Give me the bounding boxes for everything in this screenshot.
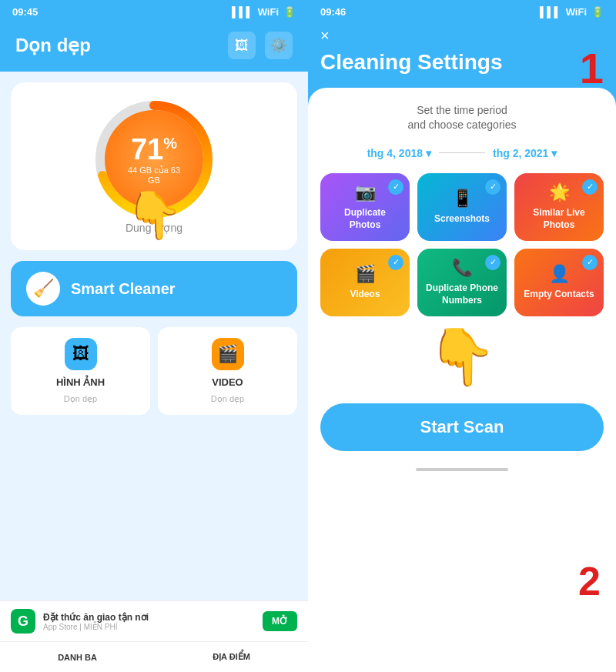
circle-inner: 71% 44 GB của 63 GB — [123, 135, 185, 185]
empty-contacts-label: Empty Contacts — [524, 289, 594, 301]
right-battery-icon: 🔋 — [591, 6, 604, 18]
category-grid: ✓ 📷 Duplicate Photos ✓ 📱 Screenshots ✓ 🌟… — [320, 173, 604, 316]
left-title: Dọn dẹp — [15, 35, 91, 56]
image-feature-icon: 🖼 — [65, 338, 97, 370]
of-text: của — [154, 165, 169, 175]
category-similar-live-photos[interactable]: ✓ 🌟 Similar Live Photos — [514, 173, 604, 241]
category-empty-contacts[interactable]: ✓ 👤 Empty Contacts — [514, 249, 604, 316]
step2-number: 2 — [578, 558, 601, 604]
close-button[interactable]: × — [320, 27, 330, 45]
check-videos: ✓ — [388, 255, 403, 270]
right-status-bar: 09:46 ▌▌▌ WiFi 🔋 — [308, 0, 616, 24]
screenshots-icon: 📱 — [452, 189, 473, 209]
right-status-icons: ▌▌▌ WiFi 🔋 — [540, 6, 604, 18]
ad-title: Đặt thức ăn giao tận nơi — [43, 612, 255, 623]
phone-icon: 📞 — [452, 258, 473, 278]
left-status-bar: 09:45 ▌▌▌ WiFi 🔋 — [0, 0, 308, 24]
settings-subtitle: Set the time periodand choose categories — [320, 103, 604, 133]
right-panel: 09:46 ▌▌▌ WiFi 🔋 × Cleaning Settings 1 S… — [308, 0, 616, 672]
bottom-tabs: DANH BA ĐỊA ĐIỂM — [0, 641, 308, 672]
videos-icon: 🎬 — [355, 264, 376, 284]
contacts-icon: 👤 — [549, 264, 570, 284]
category-duplicate-phone[interactable]: ✓ 📞 Duplicate Phone Numbers — [417, 249, 507, 316]
check-similar-live: ✓ — [582, 179, 598, 195]
date-line — [439, 152, 485, 153]
similar-live-label: Similar Live Photos — [522, 207, 596, 231]
category-screenshots[interactable]: ✓ 📱 Screenshots — [417, 173, 507, 241]
left-panel: 09:45 ▌▌▌ WiFi 🔋 Dọn dẹp 🖼 ⚙️ — [0, 0, 308, 672]
header-icons: 🖼 ⚙️ — [228, 32, 293, 59]
video-feature-icon: 🎬 — [212, 338, 244, 370]
percent-unit: % — [163, 135, 177, 152]
video-feature-title: VIDEO — [212, 376, 243, 388]
left-header: Dọn dẹp 🖼 ⚙️ — [0, 24, 308, 72]
live-photos-icon: 🌟 — [549, 182, 570, 202]
ad-subtitle: App Store | MIỄN PHÍ — [43, 623, 255, 631]
image-feature-title: HÌNH ẢNH — [56, 376, 105, 388]
home-bar — [416, 468, 508, 471]
ad-logo: G — [11, 609, 35, 634]
check-duplicate-phone: ✓ — [485, 255, 500, 270]
screenshots-label: Screenshots — [434, 213, 490, 226]
duplicate-photos-icon: 📷 — [355, 182, 376, 202]
right-status-time: 09:46 — [320, 6, 346, 18]
smart-cleaner-icon: 🧹 — [26, 272, 60, 306]
hand-pointer-right: 👇 — [320, 324, 604, 389]
settings-icon[interactable]: ⚙️ — [265, 32, 293, 59]
ad-bar: G Đặt thức ăn giao tận nơi App Store | M… — [0, 600, 308, 641]
check-empty-contacts: ✓ — [582, 255, 598, 270]
tab-danh-ba[interactable]: DANH BA — [58, 653, 97, 662]
right-wifi-icon: WiFi — [566, 6, 587, 18]
feature-grid: 🖼 HÌNH ẢNH Dọn dẹp 🎬 VIDEO Dọn dẹp — [11, 327, 297, 415]
storage-card: 71% 44 GB của 63 GB Dung lượng 👇 — [11, 82, 297, 250]
duplicate-phone-label: Duplicate Phone Numbers — [425, 283, 499, 306]
hand-pointer-left: 👇 — [126, 188, 183, 242]
chevron-down-icon-2: ▾ — [551, 147, 557, 159]
smart-cleaner-label: Smart Cleaner — [71, 280, 176, 298]
right-content: Set the time periodand choose categories… — [308, 88, 616, 672]
image-feature[interactable]: 🖼 HÌNH ẢNH Dọn dẹp — [11, 327, 150, 415]
ad-text: Đặt thức ăn giao tận nơi App Store | MIỄ… — [43, 612, 255, 631]
step1-number: 1 — [580, 47, 604, 90]
videos-label: Videos — [350, 289, 380, 301]
right-title: Cleaning Settings — [320, 49, 604, 75]
image-feature-subtitle: Dọn dẹp — [64, 394, 97, 404]
home-indicator — [320, 462, 604, 477]
ad-button[interactable]: MỞ — [263, 611, 297, 631]
chevron-down-icon: ▾ — [426, 147, 431, 159]
date-range: thg 4, 2018 ▾ thg 2, 2021 ▾ — [320, 144, 604, 162]
start-scan-button[interactable]: Start Scan — [320, 403, 604, 451]
image-icon[interactable]: 🖼 — [228, 32, 256, 59]
video-feature-subtitle: Dọn dẹp — [211, 394, 244, 404]
tab-dia-diem[interactable]: ĐỊA ĐIỂM — [213, 652, 250, 662]
battery-icon: 🔋 — [283, 6, 296, 18]
smart-cleaner-button[interactable]: 🧹 Smart Cleaner — [11, 261, 297, 316]
video-feature[interactable]: 🎬 VIDEO Dọn dẹp — [158, 327, 297, 415]
date-from[interactable]: thg 4, 2018 ▾ — [367, 147, 431, 159]
left-status-icons: ▌▌▌ WiFi 🔋 — [232, 6, 296, 18]
right-signal-icon: ▌▌▌ — [540, 6, 561, 18]
category-duplicate-photos[interactable]: ✓ 📷 Duplicate Photos — [320, 173, 410, 241]
signal-icon: ▌▌▌ — [232, 6, 253, 18]
check-screenshots: ✓ — [485, 179, 500, 195]
date-to[interactable]: thg 2, 2021 ▾ — [493, 147, 557, 159]
wifi-icon: WiFi — [258, 6, 279, 18]
percent-value: 71 — [131, 133, 163, 165]
used-gb: 44 GB — [128, 165, 152, 175]
right-header: × Cleaning Settings 1 — [308, 24, 616, 88]
check-duplicate-photos: ✓ — [388, 179, 403, 195]
duplicate-photos-label: Duplicate Photos — [328, 207, 402, 231]
left-status-time: 09:45 — [12, 6, 38, 18]
category-videos[interactable]: ✓ 🎬 Videos — [320, 249, 410, 316]
